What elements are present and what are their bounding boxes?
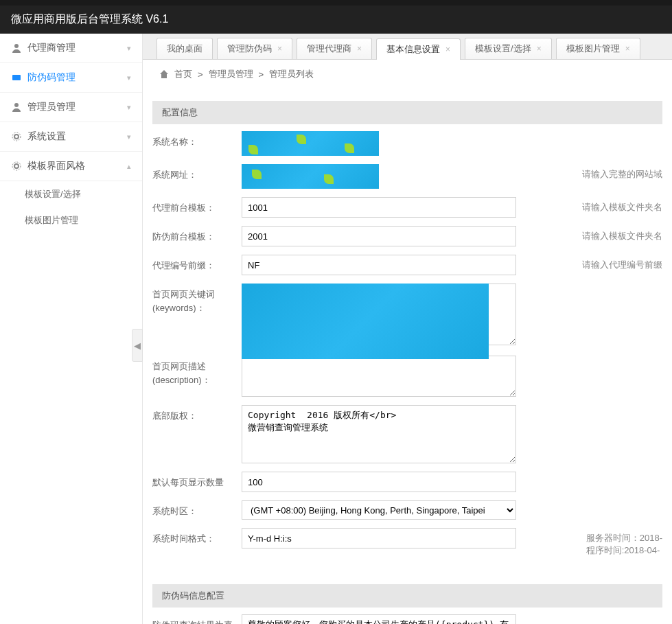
user-icon <box>11 102 22 113</box>
svg-rect-1 <box>12 75 21 80</box>
description-textarea[interactable] <box>242 356 516 397</box>
gear-icon <box>11 131 22 142</box>
sysurl-hint: 请输入完整的网站域 <box>582 164 662 181</box>
sidebar: 代理商管理 ▾ 防伪码管理 ▾ 管理员管理 ▾ 系统设置 ▾ <box>0 34 143 624</box>
pagesize-input[interactable] <box>242 472 516 492</box>
app-header: 微应用商用版后台管理系统 V6.1 <box>0 5 672 34</box>
sysname-image <box>242 131 379 156</box>
main-content: 我的桌面 管理防伪码 × 管理代理商 × 基本信息设置 × 模板设置/选择 × … <box>143 34 672 624</box>
agent-prefix-label: 代理编号前缀： <box>152 255 242 273</box>
keywords-label: 首页网页关键词 (keywords)： <box>152 284 242 314</box>
sidebar-sub-label: 模板图片管理 <box>25 215 78 225</box>
gear-icon <box>11 161 22 172</box>
sidebar-item-settings[interactable]: 系统设置 ▾ <box>0 122 142 152</box>
tab-label: 模板图片管理 <box>566 43 620 55</box>
sidebar-item-antifake[interactable]: 防伪码管理 ▾ <box>0 63 142 93</box>
breadcrumb: 首页 > 管理员管理 > 管理员列表 <box>143 60 672 89</box>
close-icon[interactable]: × <box>625 44 630 54</box>
chevron-down-icon: ▾ <box>127 44 131 53</box>
sidebar-sub-label: 模板设置/选择 <box>25 189 81 199</box>
close-icon[interactable]: × <box>537 44 542 54</box>
tab-antifake[interactable]: 管理防伪码 × <box>217 38 292 59</box>
tab-label: 管理防伪码 <box>227 43 272 55</box>
app-title: 微应用商用版后台管理系统 V6.1 <box>11 13 168 25</box>
anti-tpl-input[interactable] <box>242 226 516 246</box>
sidebar-item-template[interactable]: 模板界面风格 ▴ <box>0 152 142 181</box>
anti-tpl-label: 防伪前台模板： <box>152 226 242 244</box>
timezone-label: 系统时区： <box>152 500 242 518</box>
chevron-down-icon: ▾ <box>127 103 131 112</box>
svg-point-5 <box>14 164 19 168</box>
anti-tpl-hint: 请输入模板文件夹名 <box>582 226 662 242</box>
agent-tpl-label: 代理前台模板： <box>152 197 242 215</box>
tab-desktop[interactable]: 我的桌面 <box>157 38 213 59</box>
tab-label: 管理代理商 <box>307 43 351 55</box>
sysname-label: 系统名称： <box>152 131 242 149</box>
chevron-up-icon: ▴ <box>127 162 131 171</box>
keywords-overlay-image <box>242 284 489 359</box>
agent-prefix-hint: 请输入代理编号前缀 <box>582 255 662 271</box>
antifake-result-textarea[interactable]: 尊敬的顾客您好，您购买的是本公司生产的产品({product}),有效服务期限为… <box>242 614 516 624</box>
pagesize-label: 默认每页显示数量 <box>152 472 242 489</box>
config-form: 系统名称： 系统网址： 请输入完整的网站域 代理前台模板： <box>143 124 672 572</box>
chevron-down-icon: ▾ <box>127 132 131 141</box>
breadcrumb-lvl1[interactable]: 管理员管理 <box>209 68 253 80</box>
section-antifake-title: 防伪码信息配置 <box>152 584 662 608</box>
tab-label: 基本信息设置 <box>386 43 440 56</box>
server-time: 服务器时间：2018- <box>586 533 662 543</box>
user-icon <box>11 43 22 54</box>
breadcrumb-home[interactable]: 首页 <box>174 68 192 80</box>
description-label: 首页网页描述 (description)： <box>152 356 242 386</box>
agent-tpl-hint: 请输入模板文件夹名 <box>582 197 662 213</box>
sidebar-item-label: 系统设置 <box>27 130 127 143</box>
tag-icon <box>11 72 22 83</box>
antifake-result-label: 防伪码查询结果为真 时： <box>152 614 242 624</box>
svg-point-2 <box>14 103 19 107</box>
tab-template-select[interactable]: 模板设置/选择 × <box>465 38 552 59</box>
timezone-select[interactable]: (GMT +08:00) Beijing, Hong Kong, Perth, … <box>242 500 516 520</box>
tab-label: 模板设置/选择 <box>475 43 531 55</box>
breadcrumb-sep: > <box>259 69 264 80</box>
sidebar-item-label: 防伪码管理 <box>27 71 127 84</box>
svg-point-6 <box>12 162 21 170</box>
timeformat-label: 系统时间格式： <box>152 528 242 546</box>
time-info: 服务器时间：2018- 程序时间:2018-04- <box>586 528 662 557</box>
footer-label: 底部版权： <box>152 405 242 423</box>
tab-label: 我的桌面 <box>167 43 202 55</box>
antifake-form: 防伪码查询结果为真 时： 尊敬的顾客您好，您购买的是本公司生产的产品({prod… <box>143 608 672 624</box>
close-icon[interactable]: × <box>357 44 362 54</box>
sidebar-sub-template-select[interactable]: 模板设置/选择 <box>0 181 142 207</box>
sidebar-item-label: 管理员管理 <box>27 101 127 113</box>
timeformat-input[interactable] <box>242 528 516 548</box>
sidebar-item-label: 代理商管理 <box>27 42 127 54</box>
sysurl-image <box>242 164 379 189</box>
sidebar-sub-template-image[interactable]: 模板图片管理 <box>0 207 142 233</box>
footer-textarea[interactable]: Copyright 2016 版权所有</br> 微营销查询管理系统 <box>242 405 516 463</box>
tab-template-image[interactable]: 模板图片管理 × <box>556 38 640 59</box>
sidebar-collapse-handle[interactable]: ◀ <box>132 329 143 362</box>
breadcrumb-lvl2: 管理员列表 <box>269 68 314 80</box>
home-icon <box>159 69 169 79</box>
breadcrumb-sep: > <box>198 69 203 80</box>
tab-agent[interactable]: 管理代理商 × <box>297 38 372 59</box>
svg-point-3 <box>14 135 19 139</box>
program-time: 程序时间:2018-04- <box>586 545 660 555</box>
svg-point-4 <box>12 132 21 141</box>
tab-basic-settings[interactable]: 基本信息设置 × <box>376 38 461 60</box>
sidebar-item-label: 模板界面风格 <box>27 160 127 172</box>
sysurl-label: 系统网址： <box>152 164 242 182</box>
sidebar-item-agent[interactable]: 代理商管理 ▾ <box>0 34 142 63</box>
chevron-down-icon: ▾ <box>127 73 131 82</box>
agent-prefix-input[interactable] <box>242 255 516 275</box>
tab-bar: 我的桌面 管理防伪码 × 管理代理商 × 基本信息设置 × 模板设置/选择 × … <box>143 34 672 60</box>
section-config-title: 配置信息 <box>152 101 662 124</box>
sidebar-item-admin[interactable]: 管理员管理 ▾ <box>0 93 142 122</box>
close-icon[interactable]: × <box>445 45 450 54</box>
chevron-left-icon: ◀ <box>134 340 141 351</box>
agent-tpl-input[interactable] <box>242 197 516 218</box>
close-icon[interactable]: × <box>277 44 282 54</box>
svg-point-0 <box>14 44 19 48</box>
